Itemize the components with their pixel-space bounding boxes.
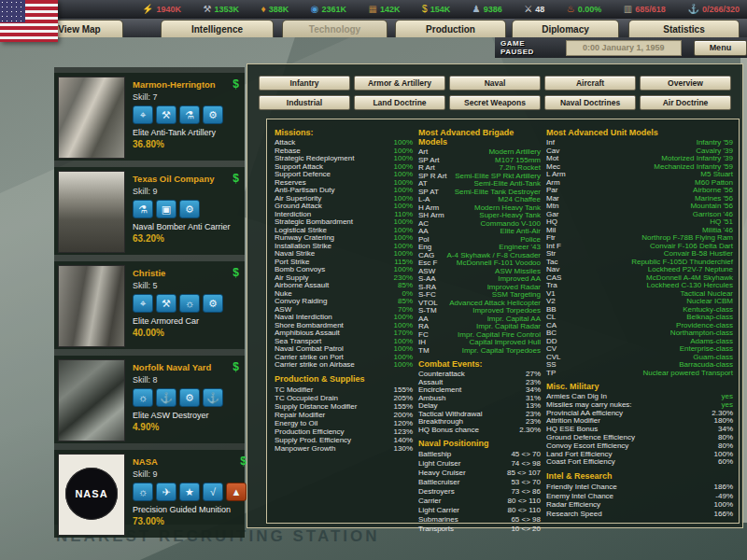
team-name: Norfolk Naval Yard (133, 362, 211, 372)
brigade-row: TM Impr. Capital Torpedoes (418, 347, 541, 356)
chemistry-icon: ⚗ (179, 105, 200, 124)
combat-events-header: Combat Events: (418, 359, 541, 369)
mission-row: Airborne Assault 85% (275, 282, 413, 290)
rare-materials-icon: ♦ 388K (261, 5, 289, 14)
main-tab[interactable]: Technology (282, 20, 388, 37)
team-research-name: Elite Anti-Tank Artillery (133, 128, 239, 137)
units-column: Most Advanced Unit Models Inf Infantry '… (546, 123, 733, 518)
management-icon: ⚙ (203, 105, 223, 124)
research-team-sidebar: Marmon-Herrington $ Skill: 7 ⌖ ⚒ ⚗ ⚙ (54, 67, 245, 525)
tech-category-button[interactable]: Secret Weapons (449, 95, 541, 110)
tech-team-card[interactable]: Norfolk Naval Yard $ Skill: 8 ☼ ⚓ ⚙ ⚓ (54, 356, 245, 443)
units-list: Inf Infantry '59 Cav Cavalry '39 Mot Mot… (546, 139, 733, 377)
tech-category-button[interactable]: Armor & Artillery (354, 76, 445, 91)
intel-research-header: Intel & Research (546, 471, 733, 481)
industry-icon: ▣ (156, 200, 176, 218)
team-photo (58, 77, 125, 159)
missions-list: Attack 100% Rebase 100% Strategic Redepl… (275, 139, 413, 370)
tech-category-button[interactable]: Aircraft (544, 76, 636, 91)
tech-team-card[interactable]: NASA NASA $ Skill: 9 ☼ ✈ (54, 450, 245, 538)
naval-positioning-row: Submarines 65 <> 98 (418, 515, 541, 525)
resource-value: 142K (380, 5, 401, 14)
tech-team-card[interactable]: Christie $ Skill: 5 ⌖ ⚒ ☼ ⚙ (54, 261, 245, 349)
team-info: Norfolk Naval Yard $ Skill: 8 ☼ ⚓ ⚙ ⚓ (125, 356, 245, 443)
mathematics-icon: √ (203, 483, 223, 501)
money-icon: $ (233, 268, 239, 277)
production-list: TC Modifier 155% TC Occupied Drain 205% … (275, 385, 413, 453)
resource-value: 0/266/320 (702, 5, 740, 14)
main-tab[interactable]: Production (395, 20, 506, 37)
money-icon: $ (233, 79, 239, 89)
artillery-icon: ⌖ (133, 294, 153, 313)
main-tab[interactable]: Diplomacy (512, 20, 619, 37)
misc-military-row: Coast Fort Efficiency 60% (546, 458, 733, 467)
transports-icon: ▥ 685/618 (624, 5, 666, 14)
tech-team-card[interactable]: Texas Oil Company $ Skill: 9 ⚗ ▣ ⚙ Naval (54, 167, 245, 255)
tech-category-button[interactable]: Naval (449, 76, 541, 91)
team-info: Christie $ Skill: 5 ⌖ ⚒ ☼ ⚙ (125, 261, 245, 349)
team-specialty-icons: ☼ ⚓ ⚙ ⚓ (133, 388, 239, 407)
mechanics-icon: ⚒ (156, 294, 176, 313)
naval-positioning-row: Battleship 45 <> 70 (418, 450, 541, 459)
oil-icon: ◉ 2361K (311, 5, 346, 14)
team-name: Christie (133, 268, 165, 278)
naval-positioning-list: Battleship 45 <> 70 Light Cruiser 74 <> … (418, 450, 541, 534)
naval-positioning-row: Heavy Cruiser 85 <> 107 (418, 469, 541, 478)
management-icon: ⚙ (203, 294, 223, 313)
naval-engineering-icon: ⚓ (156, 388, 176, 407)
production-row: Supply Prod. Efficiency 140% (275, 436, 413, 444)
resource-bar: ⚡ 1940K ⚒ 1353K ♦ 388K ◉ 2361K ▦ 142K (0, 0, 747, 19)
main-tab[interactable]: Statistics (628, 20, 740, 37)
tech-category-button[interactable]: Naval Doctrines (544, 95, 636, 110)
production-row: Manpower Growth 130% (275, 444, 413, 453)
naval-positioning-row: Carrier 80 <> 110 (418, 497, 541, 506)
money-icon: $ 154K (422, 5, 450, 14)
mechanics-icon: ⚒ (156, 105, 176, 124)
tech-category-button[interactable]: Overview (640, 76, 731, 91)
intel-research-row: Friendly Intel Chance 186% (546, 483, 733, 492)
team-info: Texas Oil Company $ Skill: 9 ⚗ ▣ ⚙ Naval (125, 167, 245, 255)
tech-category-button[interactable]: Infantry (259, 76, 350, 91)
team-skill: Skill: 8 (133, 375, 239, 385)
intel-research-row: Research Speed 166% (546, 510, 733, 519)
nasa-logo: NASA (65, 468, 118, 520)
resource-value: 685/618 (635, 5, 666, 14)
tech-category-button[interactable]: Industrial (259, 95, 350, 110)
resource-value: 48 (535, 5, 544, 14)
team-photo (58, 265, 125, 347)
tech-category-button[interactable]: Land Doctrine (354, 95, 445, 110)
tech-team-card[interactable]: Marmon-Herrington $ Skill: 7 ⌖ ⚒ ⚗ ⚙ (54, 73, 245, 161)
metal-icon: ⚒ 1353K (204, 5, 240, 14)
artillery-icon: ⌖ (133, 105, 153, 124)
unit-model-row: TP Nuclear powered Transport (546, 370, 733, 378)
resource-value: 9386 (484, 5, 502, 14)
resource-value: 1940K (156, 5, 181, 14)
management-icon: ⚙ (179, 388, 200, 407)
missions-header: Missions: (275, 128, 413, 137)
resource-value: 388K (269, 5, 289, 14)
status-strip: GAME PAUSED 0:00 January 1, 1959 Menu (495, 37, 747, 58)
production-row: Production Efficiency 123% (275, 427, 413, 436)
menu-button[interactable]: Menu (694, 40, 747, 56)
dissent-icon: ♨ 0.00% (567, 5, 602, 14)
electronics-icon: ☼ (133, 483, 153, 501)
team-photo (58, 359, 125, 441)
naval-positioning-row: Transports 10 <> 20 (418, 525, 541, 534)
combat-event-row: HQ Bonus chance 2.30% (418, 427, 541, 435)
mission-row: Convoy Raiding 85% (275, 298, 413, 306)
misc-military-header: Misc. Military (546, 382, 733, 391)
production-row: Energy to Oil 120% (275, 419, 413, 427)
team-research-name: Elite ASW Destroyer (133, 411, 239, 420)
game-paused-label: GAME PAUSED (500, 39, 560, 56)
naval-positioning-header: Naval Positioning (418, 439, 541, 448)
intel-research-list: Friendly Intel Chance 186% Enemy Intel C… (546, 483, 733, 518)
electronics-icon: ☼ (133, 388, 153, 407)
naval-positioning-row: Light Carrier 80 <> 110 (418, 506, 541, 515)
money-icon: $ (233, 362, 239, 371)
tech-category-button[interactable]: Air Doctrine (640, 95, 731, 110)
main-tab[interactable]: Intelligence (161, 20, 274, 37)
aeronautics-icon: ✈ (156, 483, 176, 501)
team-specialty-icons: ⌖ ⚒ ☼ ⚙ (133, 294, 239, 313)
escorts-icon: ⚓ 0/266/320 (687, 5, 740, 14)
combat-events-list: Counterattack 27% Assault 23% Encircleme… (418, 371, 541, 434)
